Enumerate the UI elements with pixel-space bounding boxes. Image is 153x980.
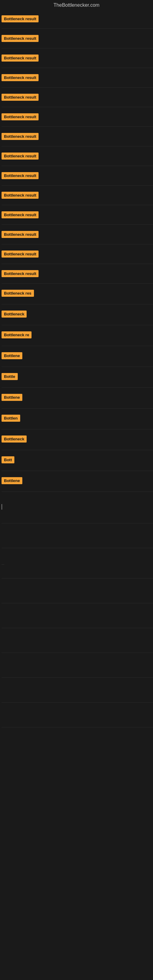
item-row: Bottleneck result	[2, 68, 153, 88]
bottleneck-badge[interactable]: Bottleneck result	[2, 250, 38, 258]
empty-row-9	[2, 703, 153, 727]
empty-row-10	[2, 727, 153, 752]
bottleneck-badge[interactable]: Bottleneck result	[2, 113, 38, 120]
item-row: Bottleneck res	[2, 283, 153, 304]
small-text: ...	[2, 562, 4, 565]
bottleneck-badge[interactable]: Bottleneck result	[2, 54, 38, 62]
bottleneck-badge[interactable]: Bottleneck result	[2, 133, 38, 140]
item-row: Bottleneck result	[2, 264, 153, 283]
site-title: TheBottlenecker.com	[0, 0, 153, 9]
empty-row-8	[2, 678, 153, 703]
empty-row-4	[2, 579, 153, 603]
bottleneck-badge[interactable]: Bottleneck result	[2, 231, 38, 238]
bottleneck-badge[interactable]: Bottleneck result	[2, 74, 38, 81]
item-row: Bottleneck result	[2, 29, 153, 48]
empty-row-5	[2, 603, 153, 628]
empty-row-7	[2, 653, 153, 678]
bottleneck-badge[interactable]: Bottlen	[2, 415, 20, 422]
item-row: Bottleneck	[2, 304, 153, 325]
item-row: Bottle	[2, 367, 153, 388]
page-wrapper: TheBottlenecker.com Bottleneck result Bo…	[0, 0, 153, 980]
item-row: Bottleneck result	[2, 205, 153, 225]
item-row: Bottleneck result	[2, 127, 153, 146]
item-row: Bottlene	[2, 388, 153, 409]
bottleneck-badge[interactable]: Bott	[2, 456, 14, 463]
item-row: Bottleneck re	[2, 325, 153, 346]
item-row: Bottleneck result	[2, 48, 153, 68]
bottleneck-badge[interactable]: Bottleneck result	[2, 192, 38, 199]
empty-row-1	[2, 492, 153, 523]
bottleneck-badge[interactable]: Bottleneck res	[2, 290, 34, 297]
item-row: Bottlen	[2, 409, 153, 430]
item-row: Bottlene	[2, 346, 153, 367]
bottleneck-badge[interactable]: Bottleneck result	[2, 15, 38, 22]
item-row: Bott	[2, 450, 153, 471]
bottleneck-badge[interactable]: Bottleneck result	[2, 94, 38, 101]
item-row: Bottlene	[2, 471, 153, 492]
item-row: Bottleneck result	[2, 88, 153, 107]
bottleneck-badge[interactable]: Bottleneck result	[2, 211, 38, 218]
bottleneck-badge[interactable]: Bottleneck result	[2, 270, 38, 277]
empty-row-3: ...	[2, 548, 153, 579]
items-list: Bottleneck result Bottleneck result Bott…	[0, 9, 153, 752]
bottleneck-badge[interactable]: Bottlene	[2, 352, 22, 359]
item-row: Bottleneck result	[2, 9, 153, 29]
item-row: Bottleneck result	[2, 244, 153, 264]
empty-row-6	[2, 628, 153, 653]
item-row: Bottleneck result	[2, 225, 153, 244]
empty-row-2	[2, 523, 153, 548]
item-row: Bottleneck result	[2, 146, 153, 166]
item-row: Bottleneck result	[2, 107, 153, 127]
bottleneck-badge[interactable]: Bottlene	[2, 477, 22, 484]
item-row: Bottleneck result	[2, 186, 153, 205]
bottleneck-badge[interactable]: Bottleneck	[2, 436, 27, 442]
bottleneck-badge[interactable]: Bottlene	[2, 394, 22, 401]
bottleneck-badge[interactable]: Bottleneck	[2, 310, 27, 318]
bottleneck-badge[interactable]: Bottleneck re	[2, 331, 32, 339]
item-row: Bottleneck result	[2, 166, 153, 186]
item-row: Bottleneck	[2, 430, 153, 450]
cursor-marker	[2, 504, 2, 510]
bottleneck-badge[interactable]: Bottleneck result	[2, 35, 38, 42]
bottleneck-badge[interactable]: Bottle	[2, 373, 18, 380]
bottleneck-badge[interactable]: Bottleneck result	[2, 153, 38, 159]
bottleneck-badge[interactable]: Bottleneck result	[2, 172, 38, 179]
